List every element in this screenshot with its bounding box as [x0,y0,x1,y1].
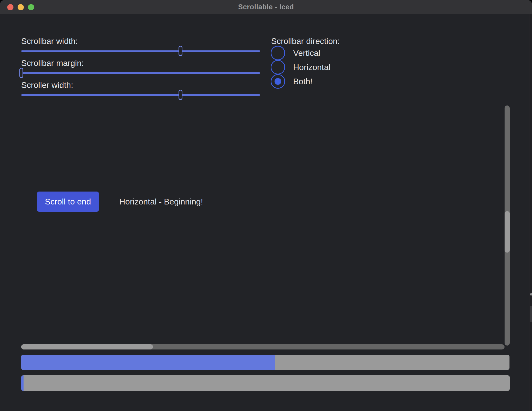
slider-handle[interactable] [179,46,182,56]
native-scrollbar-fragment [530,293,532,295]
native-scrollbar-track-fragment [530,306,532,322]
radio-option-both[interactable]: Both! [271,74,313,89]
radio-circle-icon [271,46,285,60]
vertical-scrollbar-thumb[interactable] [505,211,510,253]
radio-circle-icon [271,74,285,89]
scrollbar-direction-label: Scrollbar direction: [271,36,340,46]
scroller-width-slider[interactable] [21,94,260,96]
radio-option-vertical[interactable]: Vertical [271,46,320,60]
scrollbar-width-label: Scrollbar width: [21,36,78,46]
scroller-width-label: Scroller width: [21,80,73,90]
minimize-button[interactable] [18,4,24,10]
status-text: Horizontal - Beginning! [119,196,203,207]
scroll-to-end-button[interactable]: Scroll to end [37,192,99,212]
radio-label: Both! [293,77,313,86]
progress-bar-fill [21,375,24,391]
slider-handle[interactable] [19,68,23,78]
scrollbar-margin-label: Scrollbar margin: [21,58,84,68]
progress-bar-horizontal [21,355,509,370]
radio-label: Vertical [293,48,320,58]
window-edge-gutter [529,14,532,411]
close-button[interactable] [7,4,13,10]
radio-label: Horizontal [293,63,330,72]
titlebar: Scrollable - Iced [0,0,532,14]
slider-handle[interactable] [179,90,182,100]
scrollbar-width-slider[interactable] [21,50,260,52]
window-title: Scrollable - Iced [238,3,294,11]
vertical-scrollbar-rail[interactable] [505,105,510,346]
app-window: Scrollable - Iced Scrollbar width: Scrol… [0,0,532,411]
radio-dot-icon [275,78,281,85]
scrollbar-margin-slider[interactable] [21,72,260,74]
radio-option-horizontal[interactable]: Horizontal [271,60,330,74]
horizontal-scrollbar-thumb[interactable] [21,344,153,349]
progress-bar-fill [21,355,275,370]
radio-circle-icon [271,60,285,74]
progress-bar-vertical [21,375,510,391]
zoom-button[interactable] [28,4,34,10]
horizontal-scrollbar-rail[interactable] [21,344,505,349]
